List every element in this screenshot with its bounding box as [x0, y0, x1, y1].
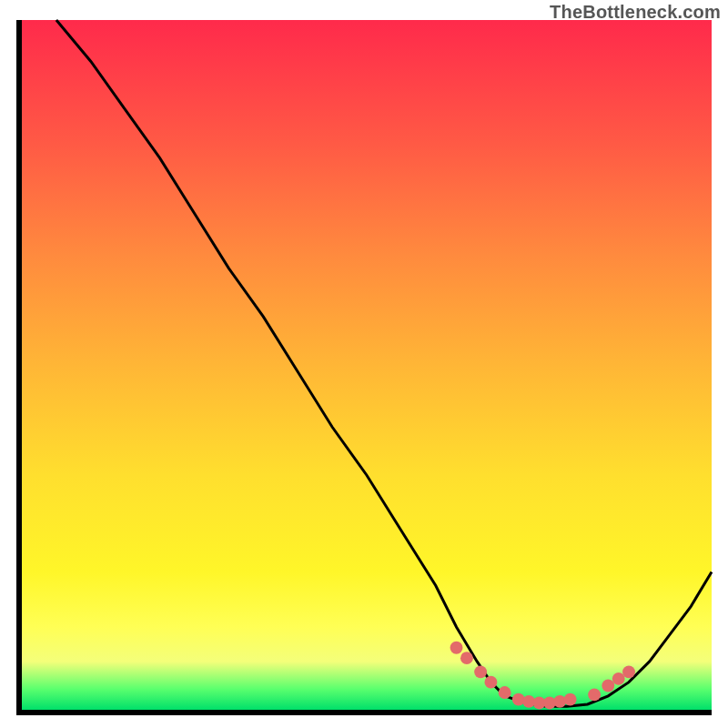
marker-dot: [499, 686, 511, 699]
optimal-range-markers: [450, 642, 635, 710]
bottleneck-curve-line: [56, 20, 712, 706]
chart-svg: [22, 20, 712, 710]
marker-dot: [484, 676, 497, 689]
marker-dot: [602, 680, 614, 693]
marker-dot: [474, 665, 487, 678]
plot-area: [16, 20, 712, 715]
marker-dot: [588, 688, 601, 701]
chart-container: TheBottleneck.com: [0, 0, 728, 728]
marker-dot: [460, 652, 473, 664]
marker-dot: [622, 665, 635, 678]
marker-dot: [450, 642, 463, 654]
marker-dot: [564, 693, 577, 706]
marker-dot: [612, 672, 625, 685]
